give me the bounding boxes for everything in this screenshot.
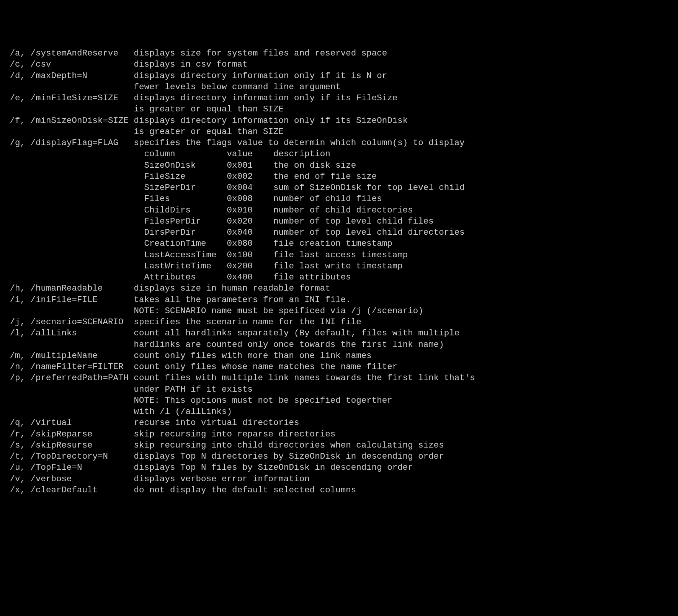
- terminal-help-output: /a, /systemAndReserve displays size for …: [5, 48, 673, 496]
